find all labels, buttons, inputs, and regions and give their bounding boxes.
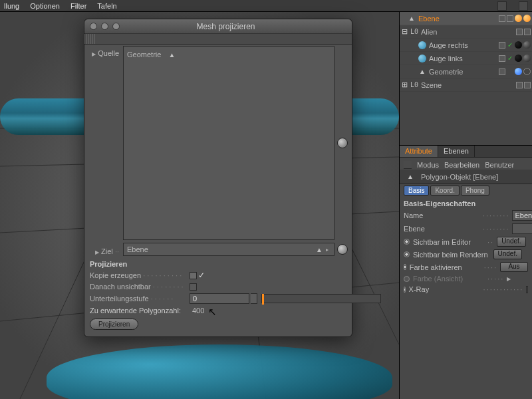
menu-item[interactable]: Tafeln [97, 2, 116, 10]
picker-icon[interactable] [337, 244, 348, 255]
prop-name: Name········ [400, 209, 532, 222]
mesh-project-dialog[interactable]: Mesh projizieren ▶Quelle Geometrie ▲ ▶Zi… [84, 19, 352, 337]
menu-item[interactable]: llung [4, 2, 19, 10]
dialog-title: Mesh projizieren [125, 22, 327, 31]
main-menu[interactable]: llung Optionen Filter Tafeln [0, 0, 532, 12]
menu-button[interactable] [519, 1, 528, 11]
tree-label: Auge rechts [429, 41, 499, 49]
radio [404, 276, 410, 282]
pill-phong[interactable]: Phong [461, 186, 489, 196]
polygon-icon: ▲ [406, 172, 415, 182]
dropdown[interactable]: Undef. [497, 237, 525, 247]
expand-icon[interactable]: ⊟ [401, 27, 408, 36]
polygon-icon: ▲ [407, 14, 416, 23]
subdiv-input[interactable] [190, 293, 249, 304]
layer-input[interactable] [512, 223, 532, 234]
tree-row[interactable]: ⊞ L0 Szene [400, 78, 532, 92]
section-title: Projizieren [88, 256, 348, 269]
project-button[interactable]: Projizieren [90, 319, 138, 330]
checkbox-hide[interactable] [190, 283, 197, 291]
checkbox-copy[interactable] [190, 272, 197, 279]
source-dropwell[interactable]: Geometrie ▲ [123, 46, 334, 240]
prop-copy: Kopie erzeugen · · · · · · · · · · ✓ [88, 269, 348, 281]
radio[interactable] [404, 264, 406, 270]
tree-row[interactable]: Auge links ✓ [400, 52, 532, 65]
tab-layers[interactable]: Ebenen [438, 146, 475, 157]
polygon-count: 400 [192, 307, 204, 315]
attribute-tabs[interactable]: Attribute Ebenen [400, 146, 532, 158]
sphere-icon [418, 54, 427, 63]
tree-row[interactable]: ▲ Geometrie [400, 65, 532, 78]
source-item[interactable]: Geometrie [127, 51, 161, 59]
radio[interactable] [404, 239, 410, 245]
prop-layer: Ebene········ [400, 222, 532, 235]
object-title: Polygon-Objekt [Ebene] [421, 173, 498, 181]
zoom-icon[interactable] [112, 23, 120, 30]
null-icon: L0 [410, 80, 419, 90]
tab-pills[interactable]: Basis Koord. Phong [400, 184, 532, 196]
sphere-icon [418, 41, 427, 50]
menu-button[interactable] [497, 1, 507, 11]
tree-row[interactable]: Auge rechts ✓ [400, 39, 532, 52]
picker-icon[interactable] [337, 138, 348, 148]
tab-attribute[interactable]: Attribute [400, 146, 438, 157]
chevron-right-icon[interactable]: ▶ [92, 51, 96, 57]
minimize-icon[interactable] [101, 23, 108, 30]
radio[interactable] [404, 251, 410, 257]
prop-hide: Danach unsichtbar · · · · · · · · [88, 281, 348, 292]
tree-label: Auge links [429, 55, 499, 63]
pill-basis[interactable]: Basis [404, 186, 429, 196]
tree-label: Ebene [418, 15, 499, 23]
polygon-icon: ▲ [315, 245, 324, 254]
tree-label: Geometrie [429, 68, 499, 76]
expand-icon[interactable]: ⊞ [401, 80, 408, 89]
prop-usecolor: Farbe aktivieren···· Aus [400, 261, 532, 273]
null-icon: L0 [410, 27, 419, 37]
menu-item[interactable]: Modus [417, 161, 439, 169]
name-input[interactable] [512, 210, 532, 221]
dropdown[interactable]: Undef. [493, 249, 522, 259]
menu-item[interactable]: Benutzer [485, 161, 514, 169]
target-item[interactable]: Ebene [127, 245, 148, 253]
grip-icon [404, 161, 412, 169]
dialog-toolbar [84, 34, 352, 45]
pill-coord[interactable]: Koord. [430, 186, 459, 196]
menu-item[interactable]: Optionen [30, 2, 60, 10]
dropdown[interactable]: Aus [500, 262, 528, 272]
titlebar[interactable]: Mesh projizieren [84, 19, 352, 34]
close-icon[interactable] [90, 23, 97, 30]
chevron-right-icon[interactable]: ▶ [95, 249, 99, 255]
prop-colorview: Farbe (Ansicht)····· ▶ [400, 273, 532, 284]
prop-subdiv: Unterteilungsstufe · · · · · · [88, 292, 348, 305]
source-label: Quelle [98, 49, 119, 57]
prop-vis-editor: Sichtbar im Editor·· Undef. [400, 235, 532, 248]
polygon-icon: ▲ [418, 67, 427, 76]
radio[interactable] [404, 287, 406, 293]
attribute-manager: Attribute Ebenen Modus Bearbeiten Benutz… [400, 145, 532, 399]
polygon-icon: ▲ [167, 50, 176, 59]
prop-xray: X-Ray············ [400, 284, 532, 295]
chevron-right-icon[interactable]: ▸ [326, 247, 329, 253]
chevron-right-icon: ▶ [507, 276, 511, 282]
section-title: Basis-Eigenschaften [400, 196, 532, 209]
subdiv-slider[interactable] [261, 294, 381, 303]
check-icon: ✓ [198, 271, 205, 280]
prop-vis-render: Sichtbar beim Rendern Undef. [400, 248, 532, 261]
tree-label: Alien [421, 28, 516, 36]
target-label: Ziel [101, 247, 113, 255]
menu-item[interactable]: Bearbeiten [444, 161, 479, 169]
tree-label: Szene [421, 81, 516, 89]
prop-expected: Zu erwartende Polygonzahl: 400 [88, 305, 348, 316]
target-dropwell[interactable]: Ebene ▲ ▸ [123, 243, 334, 256]
spinner[interactable] [251, 293, 257, 304]
attribute-submenu[interactable]: Modus Bearbeiten Benutzer [400, 158, 532, 170]
tree-row[interactable]: ⊟ L0 Alien [400, 25, 532, 39]
menu-item[interactable]: Filter [70, 2, 86, 10]
object-header: ▲ Polygon-Objekt [Ebene] [400, 170, 532, 184]
object-manager[interactable]: ▲ Ebene ⊟ L0 Alien Auge rechts ✓ Auge li… [400, 12, 532, 145]
checkbox[interactable] [526, 286, 528, 293]
tree-row[interactable]: ▲ Ebene [400, 12, 532, 25]
